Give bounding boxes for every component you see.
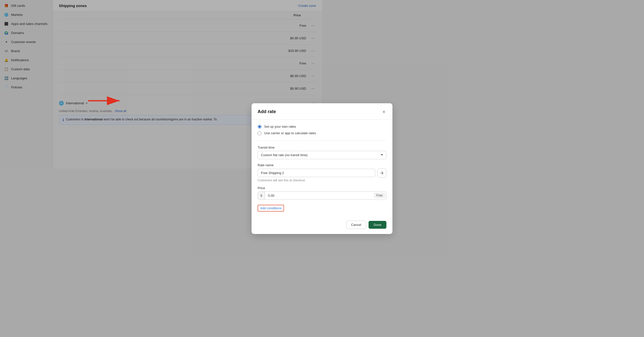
add-rate-modal: Add rate × Set up your own rates Use car… <box>252 103 322 169</box>
arrow-annotation <box>83 91 128 111</box>
carrier-rates-radio[interactable] <box>258 131 262 135</box>
own-rates-label: Set up your own rates <box>264 125 296 128</box>
carrier-rates-label: Use carrier or app to calculate rates <box>264 131 316 135</box>
rate-name-label: Rate name <box>258 163 322 167</box>
transit-time-select[interactable]: Custom flat rate (no transit time)1-2 bu… <box>258 151 322 159</box>
modal-header: Add rate × <box>252 103 322 120</box>
modal-overlay[interactable]: Add rate × Set up your own rates Use car… <box>0 0 322 168</box>
rate-name-field: Rate name Customers will see this at che… <box>258 163 322 169</box>
transit-time-label: Transit time <box>258 146 322 149</box>
own-rates-radio[interactable] <box>258 125 262 129</box>
transit-time-field: Transit time Custom flat rate (no transi… <box>258 146 322 159</box>
modal-body: Set up your own rates Use carrier or app… <box>252 120 322 169</box>
rate-type-radio-group: Set up your own rates Use carrier or app… <box>258 125 322 135</box>
carrier-rates-option[interactable]: Use carrier or app to calculate rates <box>258 131 322 135</box>
rate-name-row <box>258 168 322 169</box>
own-rates-option[interactable]: Set up your own rates <box>258 125 322 129</box>
modal-title: Add rate <box>258 109 276 114</box>
modal-divider <box>258 140 322 141</box>
